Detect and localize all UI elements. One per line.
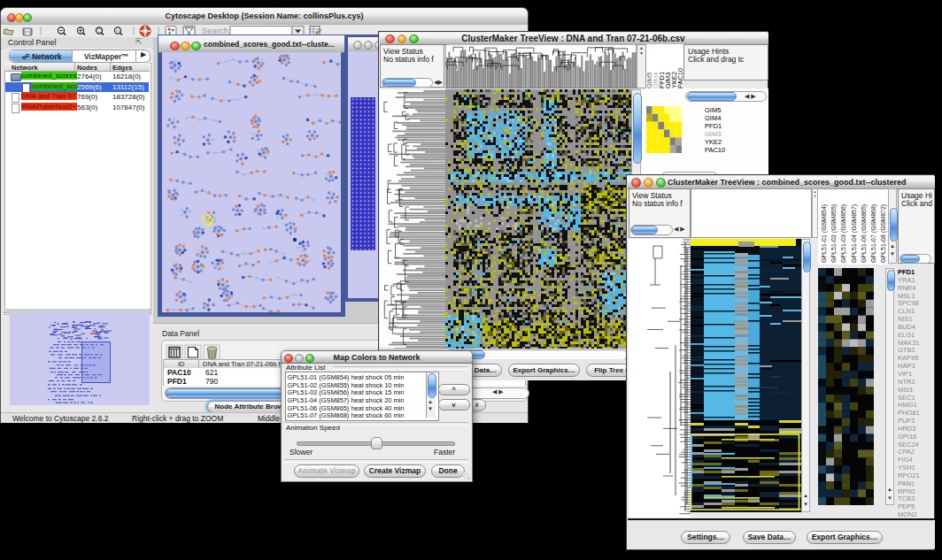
- svg-text:GPL51-07 (GSM868): GPL51-07 (GSM868): [870, 204, 877, 263]
- svg-text:PAC10: PAC10: [676, 68, 684, 88]
- svg-text:GPL51-08 (GSM872): GPL51-08 (GSM872): [880, 204, 887, 263]
- svg-text:GPL51-01 (GSM854): GPL51-01 (GSM854): [821, 204, 828, 263]
- svg-text:GPL51-02 (GSM855): GPL51-02 (GSM855): [830, 204, 838, 263]
- svg-text:GPL51-03 (GSM856): GPL51-03 (GSM856): [840, 204, 847, 263]
- svg-text:GPL51-04 (GSM857): GPL51-04 (GSM857): [851, 204, 858, 263]
- svg-text:1:1: 1:1: [116, 29, 120, 33]
- svg-text:GPL51-06 (GSM865): GPL51-06 (GSM865): [861, 204, 868, 263]
